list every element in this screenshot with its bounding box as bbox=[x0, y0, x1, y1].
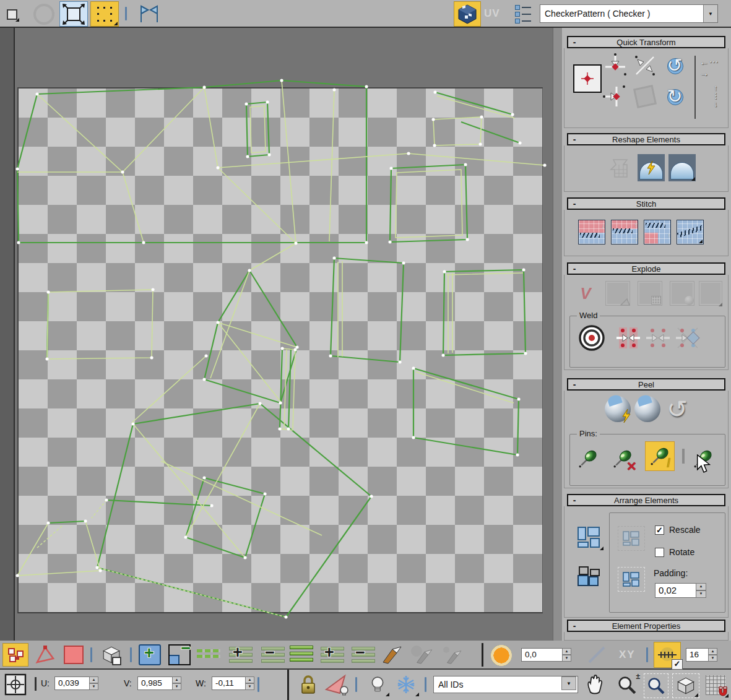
reset-peel-button[interactable]: ↺ bbox=[664, 395, 691, 423]
rotate-cw-button[interactable]: ↻ bbox=[661, 83, 688, 110]
shrink-selection-button[interactable]: − bbox=[166, 643, 193, 667]
texture-select-dropdown[interactable]: CheckerPattern ( Checker ) ▼ bbox=[540, 4, 718, 23]
space-vertical-button[interactable]: ↑⋮↓ bbox=[702, 82, 729, 109]
panel-splitter[interactable] bbox=[553, 28, 563, 641]
collapse-icon[interactable]: - bbox=[568, 496, 581, 504]
spin-down[interactable]: ▼ bbox=[89, 683, 98, 690]
zoom-extents-button[interactable] bbox=[672, 673, 699, 698]
uv-toggle-button[interactable]: UV bbox=[484, 7, 500, 20]
rollout-header-reshape-elements[interactable]: - Reshape Elements bbox=[567, 133, 725, 145]
grow-loop-button[interactable]: + bbox=[227, 643, 255, 667]
stitch-target-button[interactable] bbox=[677, 220, 704, 244]
pin-tool-button[interactable]: / bbox=[645, 441, 675, 471]
flatten-by-smoothing-button[interactable] bbox=[668, 280, 696, 307]
vertex-mode-button[interactable] bbox=[2, 643, 28, 667]
spin-down[interactable]: ▼ bbox=[696, 590, 706, 598]
rotate-checkbox[interactable] bbox=[655, 548, 664, 557]
weld-to-target-button[interactable] bbox=[675, 326, 701, 350]
edge-ring-button[interactable] bbox=[290, 646, 313, 662]
uv-viewport[interactable] bbox=[0, 28, 562, 641]
stitch-custom-button[interactable]: ↓ bbox=[578, 220, 605, 244]
spin-up[interactable]: ▲ bbox=[172, 676, 181, 683]
rollout-header-element-properties[interactable]: - Element Properties bbox=[567, 620, 725, 632]
weld-pairs-button[interactable] bbox=[645, 326, 671, 350]
shrink-loop-button[interactable]: − bbox=[259, 643, 287, 667]
planar-align-button[interactable] bbox=[631, 83, 659, 110]
spin-up[interactable]: ▲ bbox=[562, 648, 571, 655]
pan-button[interactable] bbox=[582, 672, 609, 698]
linear-align-button[interactable] bbox=[631, 52, 659, 79]
stitch-average-button[interactable]: ↑ bbox=[644, 220, 671, 244]
spin-up[interactable]: ▲ bbox=[708, 648, 717, 655]
grow-paint-size-button[interactable] bbox=[409, 643, 436, 667]
rollout-header-explode[interactable]: - Explode bbox=[567, 262, 725, 275]
padding-field[interactable]: 0,02 bbox=[655, 583, 696, 598]
lock-selection-button[interactable] bbox=[296, 672, 321, 697]
rollout-header-stitch[interactable]: - Stitch bbox=[567, 197, 725, 210]
rotate-tool-button[interactable] bbox=[32, 2, 56, 26]
align-horizontal-button[interactable] bbox=[602, 52, 629, 79]
stitch-source-button[interactable]: ↑ ↓ bbox=[611, 220, 638, 244]
weld-selected-button[interactable] bbox=[615, 326, 641, 350]
rescale-checkbox[interactable]: ✓ bbox=[655, 525, 664, 535]
id-filter-dropdown[interactable]: All IDs ▼ bbox=[433, 676, 578, 693]
collapse-icon[interactable]: - bbox=[568, 264, 581, 273]
spin-up[interactable]: ▲ bbox=[245, 676, 254, 683]
collapse-icon[interactable]: - bbox=[568, 380, 581, 389]
spin-down[interactable]: ▼ bbox=[562, 655, 571, 662]
falloff-space-button[interactable]: XY bbox=[619, 649, 636, 661]
relax-until-flat-button[interactable] bbox=[638, 154, 665, 181]
align-vertical-button[interactable] bbox=[602, 83, 629, 110]
falloff-type-button[interactable] bbox=[584, 643, 609, 667]
move-selected-button[interactable] bbox=[573, 64, 602, 93]
edge-distance-field[interactable]: 16 bbox=[686, 648, 708, 662]
grow-ring-button[interactable]: + bbox=[318, 643, 347, 667]
edge-mode-button[interactable] bbox=[32, 643, 58, 667]
w-field[interactable]: -0,11 bbox=[212, 676, 245, 690]
quick-peel-button[interactable] bbox=[604, 395, 631, 423]
scale-tool-button[interactable] bbox=[59, 1, 88, 27]
rearrange-selected-button[interactable] bbox=[618, 567, 645, 592]
rollout-header-peel[interactable]: - Peel bbox=[567, 378, 725, 391]
shrink-ring-button[interactable]: − bbox=[349, 643, 378, 667]
mirror-tool-button[interactable] bbox=[132, 2, 166, 26]
face-mode-button[interactable] bbox=[61, 643, 87, 667]
zoom-region-button[interactable] bbox=[644, 673, 668, 698]
absolute-offset-button[interactable] bbox=[2, 672, 28, 697]
shrink-paint-size-button[interactable] bbox=[438, 643, 465, 667]
pack-normalize-button[interactable] bbox=[574, 524, 604, 551]
pin-selected-button[interactable] bbox=[576, 446, 600, 471]
freeform-mode-button[interactable] bbox=[90, 1, 119, 27]
zoom-button[interactable]: ± bbox=[613, 672, 641, 698]
hide-selected-button[interactable] bbox=[323, 672, 352, 697]
show-map-button[interactable] bbox=[454, 1, 481, 27]
collapse-icon[interactable]: - bbox=[568, 135, 581, 144]
target-weld-button[interactable] bbox=[578, 324, 605, 352]
rollout-header-arrange-elements[interactable]: - Arrange Elements bbox=[567, 494, 725, 506]
edge-loop-button[interactable] bbox=[197, 649, 220, 658]
dropdown-arrow-icon[interactable]: ▼ bbox=[703, 5, 717, 22]
collapse-icon[interactable]: - bbox=[568, 38, 581, 46]
freeze-selected-button[interactable] bbox=[392, 672, 420, 697]
u-field[interactable]: 0,039 bbox=[54, 676, 89, 690]
spin-down[interactable]: ▼ bbox=[708, 655, 717, 662]
uv-wireframe[interactable] bbox=[0, 28, 562, 641]
rotate-ccw-button[interactable]: ↺ bbox=[661, 52, 688, 79]
collapse-icon[interactable]: - bbox=[568, 199, 581, 208]
spin-up[interactable]: ▲ bbox=[89, 676, 98, 683]
filter-selected-faces-button[interactable] bbox=[365, 672, 390, 697]
break-button[interactable]: V bbox=[572, 280, 599, 307]
straighten-selection-button[interactable] bbox=[607, 154, 634, 181]
collapse-icon[interactable]: - bbox=[568, 621, 581, 630]
relax-button[interactable] bbox=[668, 154, 696, 181]
texture-options-button[interactable] bbox=[511, 4, 535, 24]
flatten-by-material-button[interactable] bbox=[636, 280, 664, 307]
flatten-by-angle-button[interactable] bbox=[604, 280, 631, 307]
paint-select-button[interactable] bbox=[379, 643, 406, 667]
window-options-icon[interactable] bbox=[4, 6, 20, 22]
flatten-custom-button[interactable] bbox=[698, 280, 723, 307]
spin-down[interactable]: ▼ bbox=[245, 683, 254, 690]
rotate-option[interactable]: Rotate bbox=[655, 547, 694, 557]
rollout-header-quick-transform[interactable]: - Quick Transform bbox=[567, 36, 725, 48]
spin-up[interactable]: ▲ bbox=[696, 583, 706, 590]
